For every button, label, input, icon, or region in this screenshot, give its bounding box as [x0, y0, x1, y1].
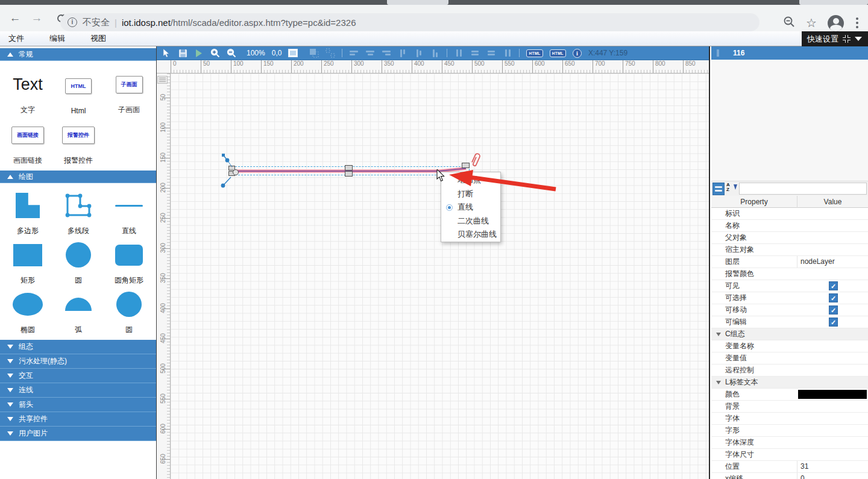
palette-item-button[interactable]: 画面链接: [11, 127, 44, 144]
menu-item-1[interactable]: 文件: [0, 33, 33, 44]
forward-icon[interactable]: →: [29, 10, 45, 26]
palette-item-button[interactable]: 子画面: [116, 76, 143, 93]
rotate-handle-bottom-icon[interactable]: [219, 174, 234, 189]
rotate-handle-top-icon[interactable]: [220, 152, 235, 169]
origin-value[interactable]: 0,0: [272, 49, 282, 57]
property-row[interactable]: 字体尺寸: [711, 449, 868, 461]
preview-html-icon[interactable]: HTML: [550, 49, 566, 57]
palette-shape-circle[interactable]: 圆: [116, 286, 142, 335]
menu-item-3[interactable]: 视图: [82, 33, 115, 44]
align-top-icon[interactable]: [398, 48, 407, 58]
property-row[interactable]: 标识: [711, 208, 868, 220]
design-grid[interactable]: [171, 74, 709, 479]
property-value[interactable]: nodeLayer: [797, 256, 868, 268]
palette-shape-line[interactable]: 直线: [115, 187, 143, 236]
zoom-out-icon[interactable]: [227, 48, 236, 58]
context-menu-item-贝塞尔曲线[interactable]: 贝塞尔曲线: [441, 228, 500, 242]
sidebar-section-箭头[interactable]: 箭头: [0, 398, 156, 412]
palette-item[interactable]: 子画面子画面: [116, 64, 143, 115]
checkbox-checked-icon[interactable]: ✓: [829, 318, 838, 327]
palette-item[interactable]: 报警控件报警控件: [62, 115, 95, 166]
security-label[interactable]: 不安全: [83, 17, 110, 28]
property-row[interactable]: 名称: [711, 220, 868, 232]
property-row[interactable]: 字体: [711, 413, 868, 425]
align-middle-icon[interactable]: [414, 48, 424, 58]
align-right-icon[interactable]: [382, 48, 391, 58]
select-cursor-icon[interactable]: [162, 48, 171, 58]
property-row[interactable]: 变量名称: [711, 340, 868, 352]
browser-tab[interactable]: [799, 0, 868, 5]
property-row[interactable]: 字体深度: [711, 437, 868, 449]
property-row[interactable]: 远程控制: [711, 365, 868, 377]
palette-shape-ellipse[interactable]: 椭圆: [13, 286, 43, 335]
property-row[interactable]: 变量值: [711, 352, 868, 365]
property-filter-input[interactable]: [739, 183, 867, 195]
quick-settings-button[interactable]: 快速设置: [802, 31, 868, 46]
palette-item-button[interactable]: HTML: [65, 78, 92, 94]
distribute-h-icon[interactable]: [454, 48, 464, 58]
distribute-v-icon[interactable]: [470, 48, 480, 58]
palette-item[interactable]: Text文字: [13, 64, 43, 115]
property-value[interactable]: 31: [797, 461, 868, 472]
canvas-background-icon[interactable]: [288, 48, 298, 58]
color-swatch[interactable]: [798, 390, 867, 399]
save-icon[interactable]: [178, 48, 187, 58]
palette-shape-arc[interactable]: 弧: [65, 286, 92, 335]
property-row[interactable]: x偏移0: [711, 473, 868, 479]
property-row[interactable]: 可见✓: [711, 280, 868, 292]
resize-handle-middle-bottom[interactable]: [345, 171, 353, 177]
context-menu-item-二次曲线[interactable]: 二次曲线: [441, 214, 500, 228]
zoom-in-icon[interactable]: [210, 48, 220, 58]
sort-az-icon[interactable]: AZ: [726, 183, 737, 195]
categorized-view-icon[interactable]: [712, 183, 725, 195]
sidebar-section-组态[interactable]: 组态: [0, 340, 156, 354]
bookmark-star-icon[interactable]: ☆: [806, 16, 817, 30]
run-icon[interactable]: [194, 48, 204, 58]
ungroup-icon[interactable]: [326, 48, 335, 58]
info-icon[interactable]: i: [573, 49, 582, 58]
resize-handle-middle-top[interactable]: [345, 165, 353, 171]
back-icon[interactable]: ←: [7, 10, 23, 26]
property-row[interactable]: 宿主对象: [711, 244, 868, 256]
export-html-icon[interactable]: HTML: [526, 49, 542, 57]
sidebar-section-共享控件[interactable]: 共享控件: [0, 412, 156, 427]
same-width-icon[interactable]: [503, 48, 512, 58]
property-section-row[interactable]: C组态: [711, 328, 868, 340]
palette-shape-circle[interactable]: 圆: [66, 236, 91, 286]
profile-avatar[interactable]: [828, 15, 844, 31]
property-row[interactable]: 父对象: [711, 232, 868, 244]
sidebar-section-常规[interactable]: 常规: [0, 48, 156, 61]
palette-item[interactable]: 画面链接画面链接: [11, 115, 44, 166]
checkbox-checked-icon[interactable]: ✓: [829, 305, 838, 315]
property-row[interactable]: 背景: [711, 401, 868, 413]
section-collapse-icon[interactable]: [716, 381, 721, 384]
browser-menu-icon[interactable]: [855, 16, 860, 30]
sidebar-section-用户图片[interactable]: 用户图片: [0, 427, 156, 441]
align-center-icon[interactable]: [365, 48, 375, 58]
sidebar-section-污水处理(静态)[interactable]: 污水处理(静态): [0, 354, 156, 369]
property-row[interactable]: 位置31: [711, 461, 868, 473]
property-value[interactable]: 0: [797, 473, 868, 479]
context-menu-item-直线[interactable]: 直线: [441, 201, 500, 214]
page-info-icon[interactable]: i: [68, 17, 77, 27]
group-icon[interactable]: [309, 48, 319, 58]
palette-shape-rounded-rect[interactable]: 圆角矩形: [115, 236, 143, 286]
property-row[interactable]: 可编辑✓: [711, 316, 868, 328]
align-bottom-icon[interactable]: [430, 48, 440, 58]
property-row[interactable]: 报警颜色: [711, 268, 868, 280]
property-section-row[interactable]: L标签文本: [711, 377, 868, 389]
property-row[interactable]: 可移动✓: [711, 304, 868, 316]
sidebar-section-绘图[interactable]: 绘图: [0, 171, 156, 183]
same-size-icon[interactable]: [486, 48, 496, 58]
property-row[interactable]: 可选择✓: [711, 292, 868, 304]
inspector-tab-label[interactable]: 116: [733, 46, 744, 60]
property-row[interactable]: 颜色: [711, 389, 868, 401]
palette-item-button[interactable]: 报警控件: [62, 127, 95, 144]
address-bar[interactable]: i 不安全 | iot.idosp.net/html/scada/editor.…: [60, 13, 760, 31]
menu-item-2[interactable]: 编辑: [41, 33, 74, 44]
sidebar-section-交互[interactable]: 交互: [0, 369, 156, 383]
palette-item[interactable]: HTMLHtml: [65, 64, 92, 115]
property-row[interactable]: 字形: [711, 425, 868, 437]
palette-shape-rect[interactable]: 矩形: [13, 236, 42, 286]
property-row[interactable]: 图层nodeLayer: [711, 256, 868, 268]
